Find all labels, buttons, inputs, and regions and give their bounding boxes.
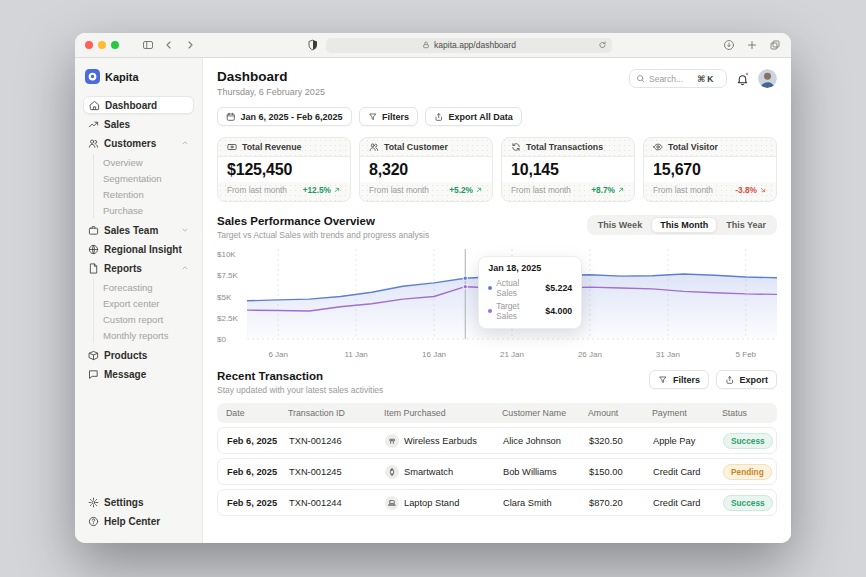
sidebar-item-sales-team[interactable]: Sales Team (83, 221, 194, 239)
transactions-subtitle: Stay updated with your latest sales acti… (217, 385, 383, 395)
tab-this-week[interactable]: This Week (589, 217, 651, 233)
sidebar-item-sales[interactable]: Sales (83, 115, 194, 133)
kpi-delta: +8.7% (591, 185, 625, 195)
forward-icon[interactable] (183, 39, 196, 52)
sidebar-item-settings[interactable]: Settings (83, 493, 194, 511)
sidebar-item-products[interactable]: Products (83, 346, 194, 364)
date-range-button[interactable]: Jan 6, 2025 - Feb 6,2025 (217, 107, 352, 126)
search-input[interactable] (649, 74, 693, 84)
cell-date: Feb 6, 2025 (218, 436, 280, 446)
sidebar-subitem-forecasting[interactable]: Forecasting (103, 279, 194, 295)
sidebar-item-reports[interactable]: Reports (83, 259, 194, 277)
table-row[interactable]: Feb 6, 2025TXN-001245SmartwatchBob Willi… (217, 458, 777, 485)
column-header-date: Date (217, 408, 279, 418)
browser-window: kapita.app/dashboard (75, 33, 791, 543)
address-bar[interactable]: kapita.app/dashboard (326, 38, 612, 53)
kpi-card-total-transactions: Total Transactions10,145From last month+… (501, 137, 635, 202)
sales-chart[interactable]: $10K$7.5K$5K$2.5K$0 6 Jan11 Jan16 Jan21 … (217, 249, 777, 361)
x-tick-label: 5 Feb (736, 350, 756, 359)
x-tick-label: 11 Jan (344, 350, 367, 359)
legend-dot (488, 286, 492, 290)
notifications-bell-icon[interactable] (736, 72, 749, 86)
sidebar-subitem-export-center[interactable]: Export center (103, 295, 194, 311)
sidebar-subitem-segmentation[interactable]: Segmentation (103, 170, 194, 186)
sidebar-item-dashboard[interactable]: Dashboard (83, 96, 194, 114)
cell-item: Laptop Stand (376, 496, 494, 510)
kpi-caption: From last month (653, 185, 713, 195)
table-export-button[interactable]: Export (716, 370, 777, 389)
downloads-icon[interactable] (722, 39, 735, 52)
status-badge: Pending (723, 464, 772, 480)
kpi-card-total-visitor: Total Visitor15,670From last month-3.8% (643, 137, 777, 202)
trend-icon (88, 119, 99, 130)
cell-status: Success (714, 495, 776, 511)
back-icon[interactable] (162, 39, 175, 52)
cell-date: Feb 6, 2025 (218, 467, 280, 477)
cell-customer: Clara Smith (494, 498, 580, 508)
kpi-card-header: Total Revenue (218, 138, 350, 157)
sidebar-subitem-overview[interactable]: Overview (103, 154, 194, 170)
file-icon (88, 263, 99, 274)
x-tick-label: 21 Jan (500, 350, 524, 359)
sidebar-sublist-reports: ForecastingExport centerCustom reportMon… (93, 279, 194, 343)
kpi-value: 15,670 (644, 157, 776, 182)
chart-tooltip: Jan 18, 2025 Actual Sales$5.224Target Sa… (478, 256, 582, 329)
tab-overview-icon[interactable] (768, 39, 781, 52)
filters-button[interactable]: Filters (359, 107, 419, 126)
arrow-up-right-icon (333, 186, 341, 194)
kpi-delta: +12.5% (303, 185, 341, 195)
kpi-footer: From last month-3.8% (644, 182, 776, 201)
search-box[interactable]: ⌘ K (629, 69, 727, 88)
kpi-card-header: Total Transactions (502, 138, 634, 157)
cell-item: Smartwatch (376, 465, 494, 479)
sidebar-item-customers[interactable]: Customers (83, 134, 194, 152)
sidebar-subitem-monthly-reports[interactable]: Monthly reports (103, 327, 194, 343)
cell-payment: Apple Pay (644, 436, 714, 446)
table-row[interactable]: Feb 5, 2025TXN-001244Laptop StandClara S… (217, 489, 777, 516)
x-tick-label: 26 Jan (578, 350, 602, 359)
close-window-button[interactable] (85, 41, 93, 49)
tab-this-month[interactable]: This Month (651, 217, 717, 233)
avatar[interactable] (758, 69, 777, 88)
kpi-value: 10,145 (502, 157, 634, 182)
home-icon (89, 100, 100, 111)
kpi-caption: From last month (227, 185, 287, 195)
sidebar: Kapita DashboardSalesCustomersOverviewSe… (75, 58, 203, 543)
arrow-up-right-icon (617, 186, 625, 194)
transactions-heading: Recent Transaction Stay updated with you… (217, 370, 383, 395)
column-header-amount: Amount (579, 408, 643, 418)
funnel-icon (658, 375, 668, 385)
maximize-window-button[interactable] (111, 41, 119, 49)
export-all-button[interactable]: Export All Data (425, 107, 522, 126)
new-tab-icon[interactable] (745, 39, 758, 52)
sidebar-subitem-custom-report[interactable]: Custom report (103, 311, 194, 327)
funnel-icon (368, 112, 378, 122)
sidebar-spacer (83, 384, 194, 493)
globe-icon (88, 244, 99, 255)
kpi-value: $125,450 (218, 157, 350, 182)
sidebar-panel-icon[interactable] (141, 39, 154, 52)
kpi-value: 8,320 (360, 157, 492, 182)
tooltip-row: Target Sales$4.000 (488, 301, 572, 321)
table-row[interactable]: Feb 6, 2025TXN-001246Wireless EarbudsAli… (217, 427, 777, 454)
main-content: Dashboard Thursday, 6 February 2025 ⌘ K (203, 58, 791, 543)
cell-status: Pending (714, 464, 776, 480)
table-filters-button[interactable]: Filters (649, 370, 709, 389)
page-heading: Dashboard Thursday, 6 February 2025 (217, 69, 325, 97)
arrow-down-right-icon (759, 186, 767, 194)
minimize-window-button[interactable] (98, 41, 106, 49)
sidebar-item-message[interactable]: Message (83, 365, 194, 383)
cell-transaction-id: TXN-001244 (280, 498, 376, 508)
page-title: Dashboard (217, 69, 325, 84)
tab-this-year[interactable]: This Year (717, 217, 775, 233)
browser-toolbar: kapita.app/dashboard (75, 33, 791, 58)
sidebar-item-help-center[interactable]: Help Center (83, 512, 194, 530)
sidebar-item-regional-insight[interactable]: Regional Insight (83, 240, 194, 258)
gear-icon (88, 497, 99, 508)
reload-icon[interactable] (598, 41, 607, 50)
sidebar-subitem-retention[interactable]: Retention (103, 186, 194, 202)
sidebar-subitem-purchase[interactable]: Purchase (103, 202, 194, 218)
status-badge: Success (723, 433, 773, 449)
table-header: DateTransaction IDItem PurchasedCustomer… (217, 403, 777, 423)
shield-icon[interactable] (306, 39, 319, 52)
